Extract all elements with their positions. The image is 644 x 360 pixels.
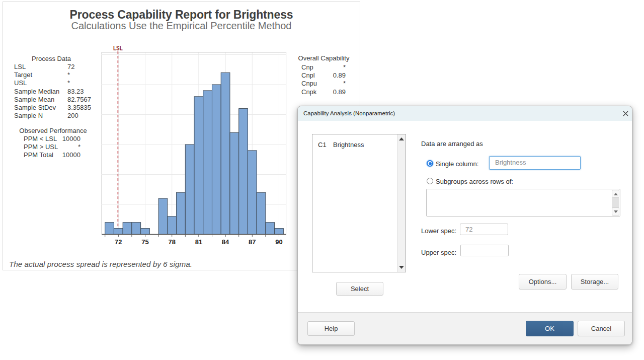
svg-text:84: 84 xyxy=(222,238,229,246)
svg-text:72: 72 xyxy=(115,238,122,246)
svg-text:75: 75 xyxy=(141,238,148,246)
svg-text:81: 81 xyxy=(195,238,202,246)
svg-text:78: 78 xyxy=(168,238,175,246)
svg-text:87: 87 xyxy=(249,238,256,246)
svg-text:90: 90 xyxy=(275,238,282,246)
svg-text:LSL: LSL xyxy=(113,45,123,52)
